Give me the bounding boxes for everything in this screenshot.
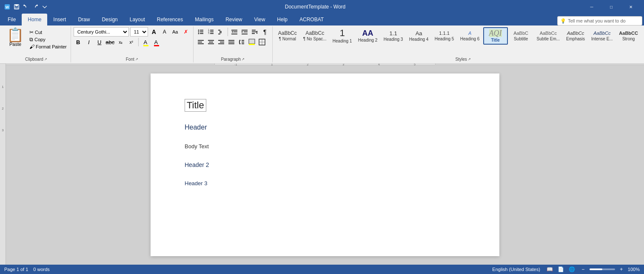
align-left-button[interactable]: [196, 37, 205, 47]
document-header2[interactable]: Header 2: [185, 161, 465, 168]
align-center-button[interactable]: [206, 37, 216, 47]
cut-button[interactable]: ✂ Cut: [28, 29, 68, 36]
close-button[interactable]: ✕: [621, 0, 641, 14]
style-cell-no-space[interactable]: AaBbCc¶ No Spac...: [301, 27, 329, 45]
svg-rect-7: [200, 30, 203, 31]
show-marks-button[interactable]: ¶: [260, 27, 270, 37]
justify-button[interactable]: [227, 37, 236, 47]
redo-icon[interactable]: [31, 3, 39, 11]
numbering-button[interactable]: 1.2.3.: [206, 27, 216, 37]
shading-button[interactable]: [247, 37, 256, 47]
ruler-mark-1: 1: [2, 85, 3, 89]
underline-button[interactable]: U: [95, 37, 104, 47]
font-size-selector[interactable]: 11: [130, 27, 148, 37]
zoom-slider[interactable]: [590, 268, 615, 270]
style-preview-heading4: Aa: [416, 31, 422, 36]
paste-button[interactable]: 📋 Paste: [4, 27, 26, 48]
tab-file[interactable]: File: [2, 14, 22, 25]
tab-acrobat[interactable]: ACROBAT: [294, 14, 330, 25]
document-body-text[interactable]: Body Text: [185, 143, 465, 150]
borders-button[interactable]: [257, 37, 267, 47]
font-expand-icon[interactable]: ↗: [135, 57, 138, 61]
svg-rect-28: [244, 31, 248, 32]
bullets-button[interactable]: [196, 27, 205, 37]
web-view-button[interactable]: 🌐: [567, 265, 577, 274]
tab-review[interactable]: Review: [219, 14, 248, 25]
style-preview-heading5: 1.1.1: [439, 31, 449, 36]
highlight-button[interactable]: A: [141, 37, 150, 47]
style-cell-heading6[interactable]: AHeading 6: [458, 27, 482, 45]
italic-button[interactable]: I: [84, 37, 94, 47]
styles-expand-icon[interactable]: ↗: [468, 57, 471, 61]
minimize-button[interactable]: ─: [582, 0, 601, 14]
print-view-button[interactable]: 📄: [556, 265, 566, 274]
style-cell-heading4[interactable]: AaHeading 4: [407, 27, 431, 45]
styles-scroll-up-button[interactable]: ▲: [642, 28, 644, 37]
read-view-button[interactable]: 📖: [545, 265, 555, 274]
style-cell-subtle-em[interactable]: AaBbCcSubtle Em...: [534, 27, 562, 45]
clear-format-button[interactable]: ✗: [181, 27, 191, 37]
increase-indent-button[interactable]: [240, 27, 249, 37]
decrease-indent-button[interactable]: [230, 27, 239, 37]
format-painter-button[interactable]: 🖌 Format Painter: [28, 43, 68, 50]
style-cell-intense-e[interactable]: AaBbCcIntense E...: [589, 27, 616, 45]
copy-button[interactable]: ⧉ Copy: [28, 36, 68, 43]
document-header3[interactable]: Header 3: [185, 180, 465, 186]
multilevel-list-button[interactable]: [217, 27, 226, 37]
style-cell-heading2[interactable]: AAHeading 2: [356, 27, 380, 45]
font-color-button[interactable]: A: [151, 37, 161, 47]
word-logo-icon[interactable]: W: [3, 3, 11, 11]
styles-more-button[interactable]: ▾: [642, 47, 644, 56]
font-family-selector[interactable]: Century Gothi...: [74, 27, 129, 37]
style-cell-heading3[interactable]: 1.1Heading 3: [381, 27, 406, 45]
line-spacing-button[interactable]: [237, 37, 246, 47]
style-preview-title: AQI: [489, 29, 502, 37]
tab-insert[interactable]: Insert: [47, 14, 72, 25]
decrease-font-size-button[interactable]: A: [160, 27, 169, 37]
paragraph-row2: [196, 37, 267, 47]
change-case-button[interactable]: Aa: [171, 27, 180, 37]
superscript-button[interactable]: x²: [127, 37, 136, 47]
document-header1[interactable]: Header: [185, 124, 465, 131]
sort-button[interactable]: [250, 27, 259, 37]
paragraph-expand-icon[interactable]: ↗: [242, 57, 245, 61]
undo-icon[interactable]: [22, 3, 30, 11]
style-cell-title[interactable]: AQITitle: [483, 27, 508, 45]
maximize-button[interactable]: □: [601, 0, 621, 14]
tab-view[interactable]: View: [248, 14, 271, 25]
clipboard-expand-icon[interactable]: ↗: [44, 57, 47, 61]
tab-draw[interactable]: Draw: [72, 14, 96, 25]
zoom-in-button[interactable]: +: [617, 265, 626, 274]
zoom-out-button[interactable]: −: [578, 265, 588, 274]
clipboard-label: Clipboard ↗: [25, 56, 47, 62]
style-cell-normal[interactable]: AaBbCc¶ Normal: [275, 27, 300, 45]
document-scroll-area[interactable]: -1 1 2 3 4 5 Title Header Body Text Head…: [6, 64, 644, 265]
tab-home[interactable]: Home: [22, 14, 47, 25]
tab-design[interactable]: Design: [96, 14, 123, 25]
style-cell-strong[interactable]: AaBbCCStrong: [616, 27, 641, 45]
tab-references[interactable]: References: [151, 14, 189, 25]
styles-scroll-down-button[interactable]: ▼: [642, 37, 644, 47]
style-cell-heading5[interactable]: 1.1.1Heading 5: [432, 27, 457, 45]
customize-icon[interactable]: [41, 3, 48, 11]
save-icon[interactable]: [13, 3, 20, 11]
svg-rect-22: [231, 30, 237, 31]
svg-rect-43: [220, 42, 224, 42]
tab-mailings[interactable]: Mailings: [189, 14, 219, 25]
subscript-button[interactable]: x₂: [116, 37, 125, 47]
tab-help[interactable]: Help: [271, 14, 294, 25]
strikethrough-button[interactable]: abc: [105, 37, 115, 47]
zoom-controls: − + 100%: [578, 265, 640, 274]
align-right-button[interactable]: [217, 37, 226, 47]
ruler-mark-3: 3: [2, 128, 3, 132]
document-page[interactable]: Title Header Body Text Header 2 Header 3: [151, 73, 499, 256]
style-cell-emphasis[interactable]: AaBbCcEmphasis: [563, 27, 588, 45]
document-title[interactable]: Title: [185, 99, 206, 112]
increase-font-size-button[interactable]: A: [149, 27, 159, 37]
tab-layout[interactable]: Layout: [124, 14, 151, 25]
style-preview-heading6: A: [468, 31, 471, 36]
bold-button[interactable]: B: [74, 37, 83, 47]
style-cell-subtitle[interactable]: AaBbCSubtitle: [509, 27, 533, 45]
tell-me-search[interactable]: 💡 Tell me what you want to do: [557, 16, 642, 25]
style-cell-heading1[interactable]: 1Heading 1: [330, 27, 355, 45]
